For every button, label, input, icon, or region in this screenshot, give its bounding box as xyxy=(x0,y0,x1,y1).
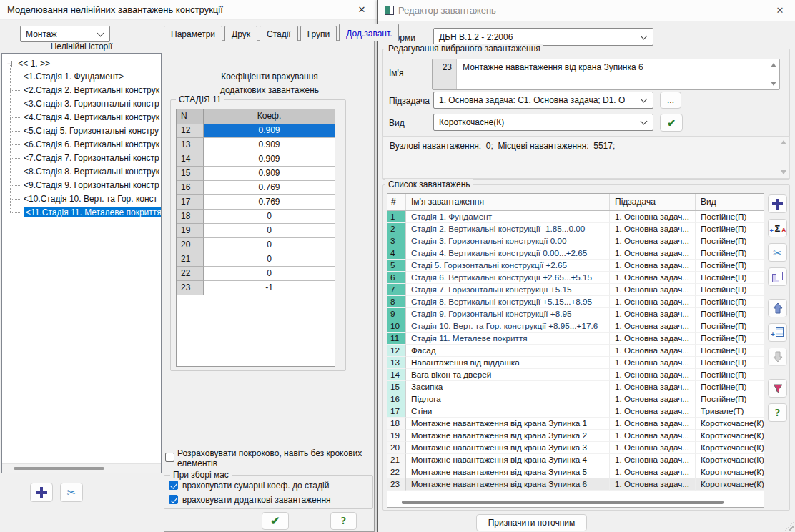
load-row[interactable]: 4Стадія 4. Вертикальні конструкції 0.00.… xyxy=(387,247,764,260)
filter-button[interactable] xyxy=(768,379,787,398)
subtask-more-button[interactable]: ... xyxy=(660,92,681,109)
load-name-input[interactable]: Монтажне навантаження від крана Зупинка … xyxy=(457,59,769,89)
load-row[interactable]: 2Стадія 2. Вертикальні конструкції -1.85… xyxy=(387,223,764,235)
load-row[interactable]: 19Монтажне навантаження від крана Зупинк… xyxy=(387,430,764,442)
tree-item[interactable]: <7.Стадія 7. Горизонтальні констр xyxy=(2,152,161,165)
apply-button[interactable]: ✔ xyxy=(660,114,683,132)
coef-row[interactable]: 220 xyxy=(177,267,335,281)
load-row[interactable]: 22Монтажне навантаження від крана Зупинк… xyxy=(387,466,764,478)
mode-select[interactable]: Монтаж xyxy=(20,26,110,42)
summary-scrollbar[interactable] xyxy=(779,137,789,178)
load-row[interactable]: 16Підлога1. Основна задач...Постійне(П) xyxy=(387,393,764,405)
coef-row[interactable]: 23-1 xyxy=(177,281,335,295)
add-load-button[interactable] xyxy=(768,194,787,213)
scroll-up-icon[interactable] xyxy=(781,140,786,144)
load-row[interactable]: 23Монтажне навантаження від крана Зупинк… xyxy=(387,478,764,491)
loads-table-horizontal-scrollbar[interactable] xyxy=(389,499,762,506)
coef-value-cell[interactable]: 0 xyxy=(204,252,335,267)
load-row[interactable]: 6Стадія 6. Вертикальні конструкції +2.65… xyxy=(387,272,764,284)
scroll-down-icon[interactable] xyxy=(771,82,776,86)
coef-value-cell[interactable]: 0 xyxy=(204,210,335,224)
load-row[interactable]: 9Стадія 9. Горизонтальні конструкції +8.… xyxy=(387,308,764,320)
tree-item[interactable]: <3.Стадія 3. Горизонтальні констр xyxy=(2,97,161,111)
tree-root-node[interactable]: − << 1. >> xyxy=(6,57,50,70)
load-row[interactable]: 10Стадія 10. Верт. та Гор. конструкції +… xyxy=(387,320,764,332)
coef-value-cell[interactable]: 0.909 xyxy=(204,124,335,138)
coef-value-cell[interactable]: 0.909 xyxy=(204,138,335,152)
coef-value-cell[interactable]: 0 xyxy=(204,224,335,238)
coef-row[interactable]: 180 xyxy=(177,210,335,224)
coef-row[interactable]: 140.909 xyxy=(177,152,335,167)
subtask-select[interactable]: 1. Основна задача: C1. Основна задача; D… xyxy=(433,92,653,109)
tab-3[interactable]: Стадії xyxy=(260,26,298,41)
close-icon[interactable]: ✕ xyxy=(774,4,786,17)
coef-row[interactable]: 210 xyxy=(177,252,335,267)
tab-4[interactable]: Групи xyxy=(300,26,337,41)
sum-loads-button[interactable]: ΣA+ xyxy=(768,219,787,237)
close-icon[interactable]: ✕ xyxy=(355,4,368,16)
stepwise-checkbox[interactable] xyxy=(165,453,174,462)
coef-row[interactable]: 170.769 xyxy=(177,195,335,210)
tree-item[interactable]: <11.Стадія 11. Металеве покриття xyxy=(2,206,161,220)
resize-grip[interactable] xyxy=(785,522,794,531)
coef-value-cell[interactable]: 0.769 xyxy=(204,181,335,195)
tree-item[interactable]: <8.Стадія 8. Вертикальні конструк xyxy=(2,165,161,179)
tree-horizontal-scrollbar[interactable] xyxy=(2,463,161,473)
history-tree[interactable]: − << 1. >> <1.Стадія 1. Фундамент><2.Ста… xyxy=(1,53,162,473)
scroll-up-icon[interactable] xyxy=(771,63,776,67)
mass-sum-coef-checkbox[interactable] xyxy=(169,481,178,490)
coef-row[interactable]: 150.909 xyxy=(177,167,335,181)
scroll-down-icon[interactable] xyxy=(781,170,786,174)
load-row[interactable]: 3Стадія 3. Горизонтальні конструкції 0.0… xyxy=(387,235,764,247)
tree-item[interactable]: <5.Стаді 5. Горизонтальні констру xyxy=(2,124,161,138)
help-button[interactable]: ? xyxy=(330,512,357,530)
tree-item[interactable]: <6.Стадія 6. Вертикальні конструк xyxy=(2,138,161,152)
delete-history-button[interactable]: ✂ xyxy=(60,483,83,502)
load-row[interactable]: 11Стадія 11. Металеве покриття1. Основна… xyxy=(387,332,764,345)
load-row[interactable]: 14Вага вікон та дверей1. Основна задач..… xyxy=(387,369,764,381)
coef-row[interactable]: 200 xyxy=(177,238,335,252)
name-field-scrollbar[interactable] xyxy=(769,59,779,89)
tree-item[interactable]: <10.Стадія 10. Верт. та Гор. конст xyxy=(2,192,161,206)
load-row[interactable]: 20Монтажне навантаження від крана Зупинк… xyxy=(387,442,764,454)
ok-button[interactable]: ✔ xyxy=(262,512,289,530)
load-row[interactable]: 1Стадія 1. Фундамент1. Основна задач...П… xyxy=(387,211,764,223)
coef-row[interactable]: 190 xyxy=(177,224,335,238)
name-field[interactable]: 23 Монтажне навантаження від крана Зупин… xyxy=(432,59,780,90)
load-row[interactable]: 12Фасад1. Основна задач...Постійне(П) xyxy=(387,345,764,357)
tab-2[interactable]: Друк xyxy=(224,26,257,41)
coef-value-cell[interactable]: 0.769 xyxy=(204,195,335,210)
collapse-icon[interactable]: − xyxy=(6,61,12,67)
tree-scroll-thumb[interactable] xyxy=(14,467,104,470)
cut-load-button[interactable]: ✂ xyxy=(768,243,787,262)
assign-current-button[interactable]: Призначити поточним xyxy=(476,514,587,531)
coef-value-cell[interactable]: 0.909 xyxy=(204,152,335,167)
tree-item[interactable]: <4.Стадія 4. Вертикальні конструк xyxy=(2,111,161,124)
insert-load-button[interactable]: + xyxy=(768,323,787,342)
copy-load-button[interactable] xyxy=(768,267,787,286)
mass-add-loads-checkbox[interactable] xyxy=(169,495,178,504)
tree-item[interactable]: <9.Стадія 9. Горизонтальні констр xyxy=(2,179,161,192)
coef-row[interactable]: 160.769 xyxy=(177,181,335,195)
coef-row[interactable]: 130.909 xyxy=(177,138,335,152)
load-row[interactable]: 5Стаді 5. Горизонтальні конструкції +2.6… xyxy=(387,260,764,272)
load-row[interactable]: 7Стадія 7. Горизонтальні конструкції +5.… xyxy=(387,284,764,296)
move-up-button[interactable] xyxy=(768,299,787,317)
coef-value-cell[interactable]: 0 xyxy=(204,238,335,252)
add-history-button[interactable] xyxy=(30,483,53,502)
load-row[interactable]: 21Монтажне навантаження від крана Зупинк… xyxy=(387,454,764,466)
load-row[interactable]: 15Засипка1. Основна задач...Постійне(П) xyxy=(387,381,764,393)
load-row[interactable]: 18Монтажне навантаження від крана Зупинк… xyxy=(387,418,764,430)
coef-value-cell[interactable]: 0.909 xyxy=(204,167,335,181)
coef-row[interactable]: 120.909 xyxy=(177,124,335,138)
coef-value-cell[interactable]: -1 xyxy=(204,281,335,295)
load-row[interactable]: 17Стіни1. Основна задач...Тривале(Т) xyxy=(387,405,764,418)
load-row[interactable]: 13Навантаження від піддашка1. Основна за… xyxy=(387,357,764,369)
load-row[interactable]: 8Стадія 8. Вертикальні конструкції +5.15… xyxy=(387,296,764,308)
loads-scroll-thumb[interactable] xyxy=(402,501,724,504)
tab-5[interactable]: Дод.завант. xyxy=(339,24,399,41)
help-button[interactable]: ? xyxy=(768,403,787,422)
coef-value-cell[interactable]: 0 xyxy=(204,267,335,281)
tab-1[interactable]: Параметри xyxy=(164,26,222,41)
tree-item[interactable]: <2.Стадія 2. Вертикальні конструк xyxy=(2,84,161,97)
